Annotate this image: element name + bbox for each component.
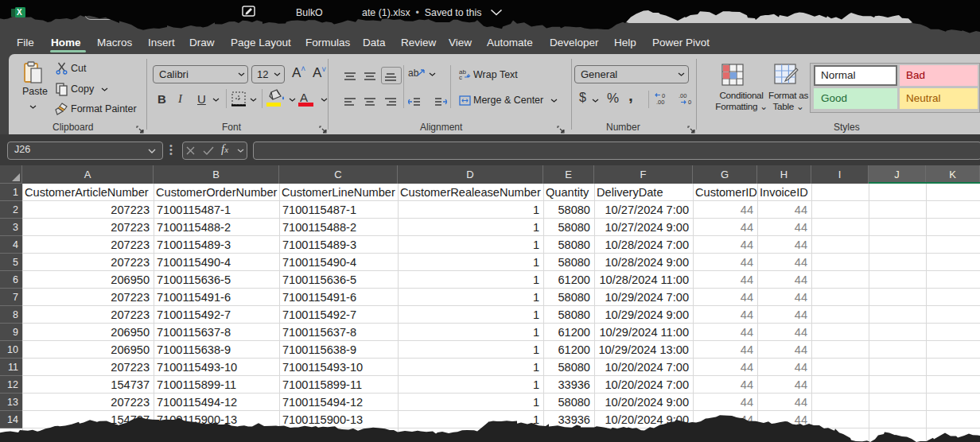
svg-text:c: c [459,74,462,79]
svg-text:.00: .00 [679,92,686,99]
svg-text:0: 0 [688,99,691,105]
svg-text:X: X [17,8,22,17]
svg-text:.00: .00 [656,99,664,105]
